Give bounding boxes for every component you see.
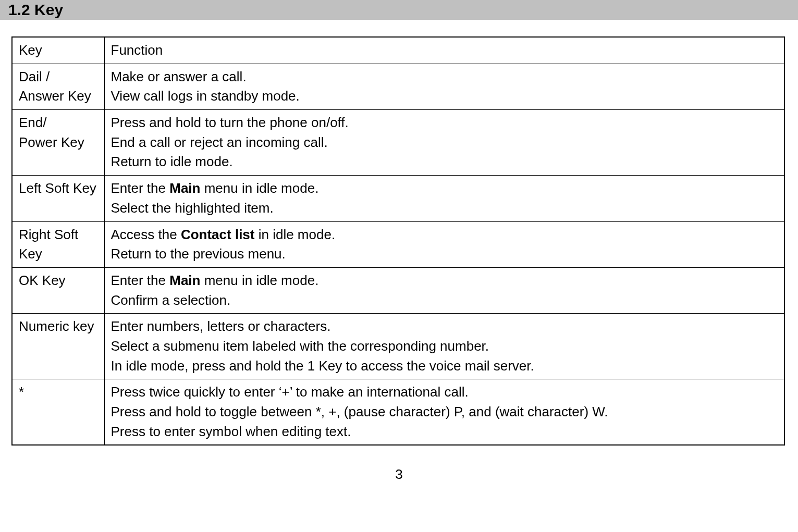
key-cell: OK Key <box>12 267 104 313</box>
key-cell: Dail /Answer Key <box>12 64 104 109</box>
function-line: Select the highlighted item. <box>111 199 779 218</box>
function-cell: Make or answer a call.View call logs in … <box>104 64 784 109</box>
function-cell: Press and hold to turn the phone on/off.… <box>104 110 784 176</box>
function-line: Enter the Main menu in idle mode. <box>111 179 779 199</box>
bold-term: Main <box>169 273 200 288</box>
header-cell-key: Key <box>12 37 104 64</box>
function-line: Enter numbers, letters or characters. <box>111 317 779 337</box>
function-line: Return to idle mode. <box>111 152 779 172</box>
table-row: Numeric keyEnter numbers, letters or cha… <box>12 314 784 379</box>
function-line: Press and hold to turn the phone on/off. <box>111 113 779 133</box>
page-number: 3 <box>0 466 798 482</box>
section-heading: 1.2 Key <box>0 0 798 20</box>
function-line: Press to enter symbol when editing text. <box>111 422 779 442</box>
document-page: 1.2 Key KeyFunctionDail /Answer KeyMake … <box>0 0 798 498</box>
header-cell-function: Function <box>104 37 784 64</box>
function-cell: Enter the Main menu in idle mode.Select … <box>104 176 784 221</box>
key-function-table: KeyFunctionDail /Answer KeyMake or answe… <box>11 36 785 446</box>
function-line: View call logs in standby mode. <box>111 86 779 106</box>
bold-term: Contact list <box>181 227 255 242</box>
function-line: Return to the previous menu. <box>111 244 779 264</box>
table-row: OK KeyEnter the Main menu in idle mode.C… <box>12 267 784 313</box>
function-line: Confirm a selection. <box>111 291 779 311</box>
function-cell: Access the Contact list in idle mode.Ret… <box>104 221 784 267</box>
table-header-row: KeyFunction <box>12 37 784 64</box>
function-line: Press and hold to toggle between *, +, (… <box>111 402 779 422</box>
function-cell: Press twice quickly to enter ‘+’ to make… <box>104 379 784 446</box>
function-line: End a call or reject an incoming call. <box>111 133 779 153</box>
key-cell: Right SoftKey <box>12 221 104 267</box>
bold-term: Main <box>169 180 200 196</box>
key-cell: Left Soft Key <box>12 176 104 221</box>
table-row: Left Soft KeyEnter the Main menu in idle… <box>12 176 784 221</box>
function-line: In idle mode, press and hold the 1 Key t… <box>111 356 779 376</box>
key-cell: * <box>12 379 104 446</box>
key-cell: Numeric key <box>12 314 104 379</box>
table-row: Right SoftKeyAccess the Contact list in … <box>12 221 784 267</box>
key-cell: End/Power Key <box>12 110 104 176</box>
function-line: Press twice quickly to enter ‘+’ to make… <box>111 382 779 402</box>
function-cell: Enter the Main menu in idle mode.Confirm… <box>104 267 784 313</box>
function-line: Access the Contact list in idle mode. <box>111 225 779 245</box>
table-row: End/Power KeyPress and hold to turn the … <box>12 110 784 176</box>
table-row: *Press twice quickly to enter ‘+’ to mak… <box>12 379 784 446</box>
function-line: Make or answer a call. <box>111 67 779 87</box>
function-line: Select a submenu item labeled with the c… <box>111 337 779 356</box>
function-line: Enter the Main menu in idle mode. <box>111 271 779 291</box>
function-cell: Enter numbers, letters or characters.Sel… <box>104 314 784 379</box>
table-row: Dail /Answer KeyMake or answer a call.Vi… <box>12 64 784 109</box>
